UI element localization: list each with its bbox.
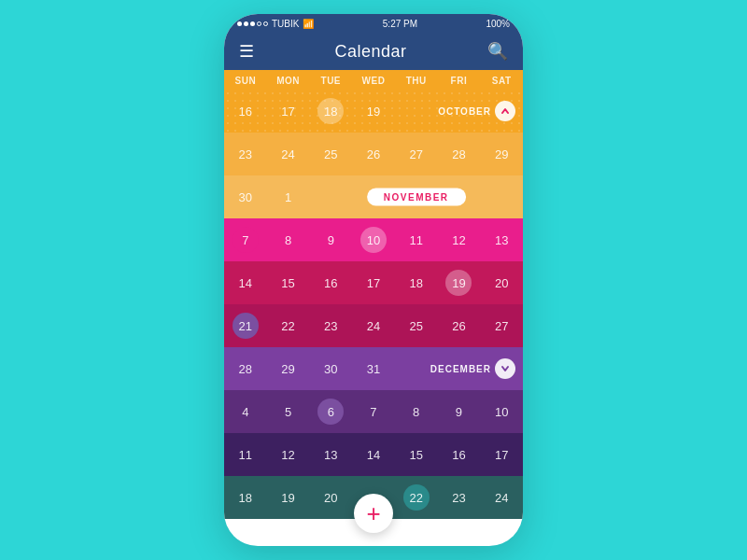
date-cell-highlighted[interactable]: 22 [395, 476, 438, 519]
date-cell[interactable]: 25 [309, 133, 352, 175]
date-cell[interactable]: 14 [224, 261, 267, 304]
date-cell-selected[interactable]: 18 [309, 90, 352, 133]
date-cell-highlighted[interactable]: 7 [224, 218, 267, 261]
date-cell-selected[interactable]: 10 [352, 218, 395, 261]
status-left: TUBIK 📶 [237, 19, 314, 29]
dot1 [237, 21, 242, 26]
date-cell[interactable]: 23 [224, 133, 267, 175]
dot3 [250, 21, 255, 26]
date-cell[interactable]: 26 [352, 133, 395, 175]
date-cell[interactable]: 8 [395, 390, 438, 433]
day-thu: THU [395, 76, 438, 86]
app-header: ☰ Calendar 🔍 [224, 33, 523, 70]
date-cell[interactable]: 9 [309, 218, 352, 261]
week-row: 7 8 9 10 11 12 13 [224, 218, 523, 261]
date-cell[interactable]: 16 [224, 90, 267, 133]
date-cell[interactable]: 20 [309, 476, 352, 519]
week-row: 21 22 23 24 25 26 27 [224, 304, 523, 347]
date-cell-selected[interactable]: 19 [438, 261, 481, 304]
december-down-button[interactable] [495, 358, 515, 379]
week-row: 28 29 30 31 DECEMBER [224, 347, 523, 390]
date-cell[interactable]: 24 [267, 133, 310, 175]
date-cell[interactable]: 1 [267, 175, 310, 218]
date-cell[interactable]: 12 [438, 218, 481, 261]
date-cell[interactable]: 23 [309, 304, 352, 347]
date-cell[interactable]: 29 [267, 347, 310, 390]
date-cell[interactable]: 13 [480, 218, 523, 261]
date-cell[interactable]: 19 [352, 90, 395, 133]
status-bar: TUBIK 📶 5:27 PM 100% [224, 14, 523, 33]
date-cell[interactable]: 17 [480, 433, 523, 476]
date-cell[interactable]: 10 [480, 390, 523, 433]
date-cell[interactable]: 27 [480, 304, 523, 347]
week-row: 4 5 6 7 8 9 10 [224, 390, 523, 433]
date-cell[interactable]: 25 [395, 304, 438, 347]
wifi-icon: 📶 [303, 19, 314, 29]
date-cell[interactable]: 15 [267, 261, 310, 304]
date-cell-highlighted[interactable]: 21 [224, 304, 267, 347]
header-title: Calendar [334, 42, 406, 62]
time: 5:27 PM [383, 19, 417, 29]
october-label: OCTOBER [438, 101, 515, 121]
november-label: NOVEMBER [367, 189, 466, 206]
day-wed: WED [352, 76, 395, 86]
date-cell[interactable]: 31 [352, 347, 395, 390]
date-cell[interactable]: 8 [267, 218, 310, 261]
date-cell[interactable]: 22 [267, 304, 310, 347]
date-cell[interactable]: 29 [480, 133, 523, 175]
december-label: DECEMBER [430, 358, 515, 379]
date-cell[interactable]: 7 [352, 390, 395, 433]
date-cell[interactable]: 12 [267, 433, 310, 476]
date-cell[interactable]: 11 [224, 433, 267, 476]
date-cell[interactable]: 15 [395, 433, 438, 476]
december-label-text: DECEMBER [430, 364, 491, 374]
calendar-container: SUN MON TUE WED THU FRI SAT 16 17 18 19 … [224, 70, 523, 546]
date-cell[interactable]: 16 [438, 433, 481, 476]
signal-dots [237, 21, 268, 26]
date-cell[interactable]: 17 [267, 90, 310, 133]
week-row: 14 15 16 17 18 19 20 [224, 261, 523, 304]
date-cell[interactable]: 13 [309, 433, 352, 476]
date-cell[interactable]: 14 [352, 433, 395, 476]
date-cell[interactable]: 11 [395, 218, 438, 261]
day-fri: FRI [438, 76, 481, 86]
date-cell[interactable]: 24 [480, 476, 523, 519]
date-cell[interactable]: 18 [224, 476, 267, 519]
date-cell[interactable]: 28 [224, 347, 267, 390]
day-tue: TUE [309, 76, 352, 86]
date-cell[interactable]: 20 [480, 261, 523, 304]
battery: 100% [486, 19, 510, 29]
date-cell[interactable]: 26 [438, 304, 481, 347]
week-row: 30 1 NOVEMBER [224, 175, 523, 218]
date-cell[interactable]: 27 [395, 133, 438, 175]
date-cell[interactable]: 5 [267, 390, 310, 433]
date-cell: OCTOBER [395, 90, 523, 133]
date-cell: DECEMBER [395, 347, 523, 390]
date-cell[interactable]: 18 [395, 261, 438, 304]
date-cell[interactable]: 28 [438, 133, 481, 175]
date-cell[interactable]: 19 [267, 476, 310, 519]
date-cell[interactable]: 23 [438, 476, 481, 519]
day-mon: MON [267, 76, 310, 86]
dot4 [257, 21, 261, 26]
october-label-text: OCTOBER [438, 106, 491, 117]
date-cell[interactable]: 4 [224, 390, 267, 433]
week-row: 23 24 25 26 27 28 29 [224, 133, 523, 175]
week-row: 11 12 13 14 15 16 17 [224, 433, 523, 476]
menu-button[interactable]: ☰ [239, 41, 254, 62]
date-cell[interactable]: 17 [352, 261, 395, 304]
date-cell-highlighted[interactable]: 6 [309, 390, 352, 433]
dot5 [263, 21, 268, 26]
date-cell[interactable]: 24 [352, 304, 395, 347]
add-event-button[interactable]: + [354, 494, 393, 533]
date-cell[interactable]: 9 [438, 390, 481, 433]
october-up-button[interactable] [495, 101, 515, 121]
date-cell: NOVEMBER [309, 175, 523, 218]
week-row: 16 17 18 19 OCTOBER [224, 90, 523, 133]
day-headers: SUN MON TUE WED THU FRI SAT [224, 70, 523, 90]
date-cell[interactable]: 16 [309, 261, 352, 304]
dot2 [244, 21, 248, 26]
search-button[interactable]: 🔍 [487, 41, 508, 62]
date-cell[interactable]: 30 [309, 347, 352, 390]
date-cell[interactable]: 30 [224, 175, 267, 218]
